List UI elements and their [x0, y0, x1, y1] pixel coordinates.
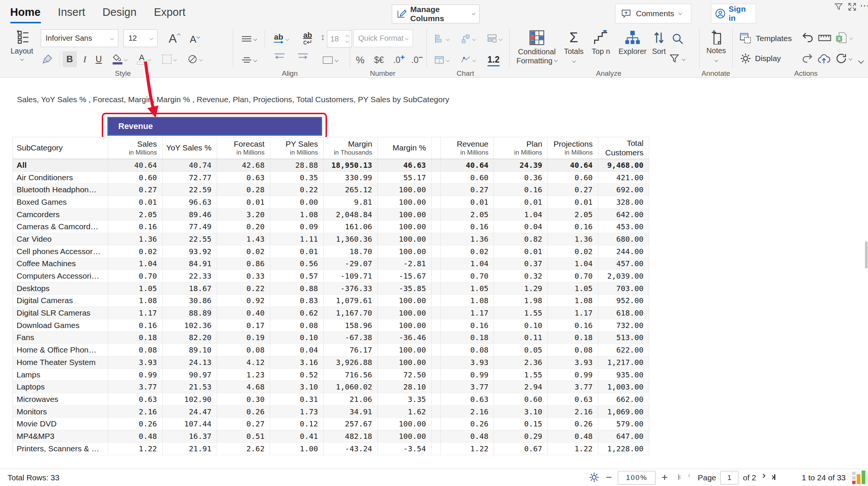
- focus-mode-icon[interactable]: [848, 2, 857, 11]
- row-label[interactable]: Fans: [13, 332, 108, 344]
- value-cell[interactable]: 0.01: [108, 196, 162, 208]
- value-cell[interactable]: 0.18: [547, 332, 598, 344]
- value-cell[interactable]: 21.53: [162, 381, 217, 393]
- column-header[interactable]: Salesin Millions: [108, 137, 162, 159]
- bold-button[interactable]: B: [63, 51, 77, 67]
- value-cell[interactable]: 0.02: [440, 245, 494, 258]
- value-cell[interactable]: 1.22: [108, 443, 162, 455]
- value-cell[interactable]: 22.33: [162, 270, 217, 282]
- value-cell[interactable]: 1,060.02: [323, 381, 377, 393]
- value-cell[interactable]: 680.00: [598, 233, 649, 245]
- row-label[interactable]: Camcorders: [13, 209, 108, 221]
- vertical-scrollbar[interactable]: [865, 241, 868, 268]
- comments-button[interactable]: Comments: [615, 4, 691, 23]
- top-n-button[interactable]: Top n: [587, 30, 615, 56]
- column-header[interactable]: Projectionsin Millions: [547, 137, 598, 159]
- value-cell[interactable]: 421.00: [598, 172, 649, 184]
- value-cell[interactable]: 0.01: [494, 245, 547, 258]
- value-cell[interactable]: 647.00: [598, 430, 649, 442]
- value-cell[interactable]: 3.77: [547, 381, 598, 393]
- value-cell[interactable]: 100.00: [377, 233, 431, 245]
- value-cell[interactable]: -35.85: [377, 282, 431, 294]
- previous-page-button[interactable]: [689, 474, 691, 477]
- zoom-level-value[interactable]: 100%: [618, 471, 656, 484]
- value-cell[interactable]: 1.05: [440, 282, 494, 294]
- value-cell[interactable]: 0.60: [440, 172, 494, 184]
- value-cell[interactable]: 2.16: [440, 406, 494, 418]
- percent-button[interactable]: %: [353, 52, 367, 68]
- value-cell[interactable]: 0.02: [217, 245, 270, 258]
- value-cell[interactable]: -2.81: [377, 258, 431, 270]
- row-label[interactable]: Cell phones Accessor…: [13, 245, 108, 258]
- search-button[interactable]: [671, 32, 684, 45]
- text-overflow-button[interactable]: ab: [269, 30, 293, 48]
- value-cell[interactable]: 1.98: [494, 295, 547, 307]
- value-cell[interactable]: 0.04: [494, 221, 547, 233]
- value-cell[interactable]: 0.04: [270, 344, 323, 356]
- column-header[interactable]: Forecastin Millions: [217, 137, 270, 159]
- sign-in-button[interactable]: Sign in: [711, 4, 756, 23]
- value-cell[interactable]: 24.47: [162, 406, 217, 418]
- value-cell[interactable]: 0.86: [217, 258, 270, 270]
- value-cell[interactable]: 1.17: [440, 307, 494, 319]
- value-cell[interactable]: 0.11: [494, 332, 547, 344]
- value-cell[interactable]: 3.77: [440, 381, 494, 393]
- value-cell[interactable]: 0.09: [270, 221, 323, 233]
- value-cell[interactable]: 100.00: [377, 319, 431, 331]
- upload-button[interactable]: [818, 53, 830, 64]
- value-cell[interactable]: 0.01: [270, 245, 323, 258]
- value-cell[interactable]: 100.00: [377, 221, 431, 233]
- value-cell[interactable]: 100.00: [377, 245, 431, 258]
- value-cell[interactable]: 0.99: [108, 369, 162, 381]
- row-label[interactable]: Computers Accessori…: [13, 270, 108, 282]
- value-cell[interactable]: 0.16: [547, 319, 598, 331]
- value-cell[interactable]: 1.17: [547, 307, 598, 319]
- row-label[interactable]: Download Games: [13, 319, 108, 331]
- value-cell[interactable]: 0.99: [547, 369, 598, 381]
- value-cell[interactable]: 0.26: [217, 406, 270, 418]
- value-cell[interactable]: 453.00: [598, 221, 649, 233]
- increase-font-button[interactable]: A: [165, 30, 184, 47]
- column-header[interactable]: Marginin Thousands: [323, 137, 377, 159]
- sort-button[interactable]: Sort: [649, 30, 668, 56]
- value-cell[interactable]: 0.02: [108, 245, 162, 258]
- value-cell[interactable]: 0.01: [217, 196, 270, 208]
- value-cell[interactable]: 0.60: [108, 172, 162, 184]
- value-cell[interactable]: 3.10: [494, 406, 547, 418]
- row-label[interactable]: Coffee Machines: [13, 258, 108, 270]
- value-cell[interactable]: 18.67: [162, 282, 217, 294]
- value-cell[interactable]: 55.17: [377, 172, 431, 184]
- value-cell[interactable]: 2.05: [108, 209, 162, 221]
- row-label[interactable]: Monitors: [13, 406, 108, 418]
- chart-type-button[interactable]: [431, 31, 452, 47]
- value-cell[interactable]: 482.18: [323, 430, 377, 442]
- value-cell[interactable]: 100.00: [377, 418, 431, 430]
- value-cell[interactable]: 107.44: [162, 418, 217, 430]
- value-cell[interactable]: 3.16: [270, 356, 323, 368]
- tab-insert[interactable]: Insert: [58, 6, 86, 18]
- row-label[interactable]: Microwaves: [13, 393, 108, 405]
- fill-color-button[interactable]: [109, 51, 130, 67]
- row-label[interactable]: MP4&MP3: [13, 430, 108, 442]
- value-cell[interactable]: 0.28: [217, 184, 270, 196]
- value-cell[interactable]: 3.20: [217, 209, 270, 221]
- value-cell[interactable]: 28.10: [377, 381, 431, 393]
- value-cell[interactable]: 257.67: [323, 418, 377, 430]
- value-cell[interactable]: 0.16: [494, 184, 547, 196]
- value-cell[interactable]: 0.63: [217, 172, 270, 184]
- conditional-formatting-button[interactable]: Conditional Formatting: [515, 30, 559, 65]
- row-label[interactable]: Car Video: [13, 233, 108, 245]
- value-cell[interactable]: 0.02: [547, 245, 598, 258]
- value-cell[interactable]: 100.00: [377, 430, 431, 442]
- value-cell[interactable]: 579.00: [598, 418, 649, 430]
- data-label-button[interactable]: 1.2: [485, 53, 502, 68]
- decrease-font-button[interactable]: A: [186, 32, 203, 47]
- value-cell[interactable]: 0.60: [494, 393, 547, 405]
- value-cell[interactable]: 0.22: [270, 184, 323, 196]
- indent-increase-button[interactable]: [293, 53, 313, 60]
- notes-button[interactable]: Notes: [703, 30, 729, 61]
- value-cell[interactable]: 1.73: [270, 406, 323, 418]
- value-cell[interactable]: 3.35: [377, 393, 431, 405]
- value-cell[interactable]: 622.00: [598, 344, 649, 356]
- value-cell[interactable]: 1.36: [108, 233, 162, 245]
